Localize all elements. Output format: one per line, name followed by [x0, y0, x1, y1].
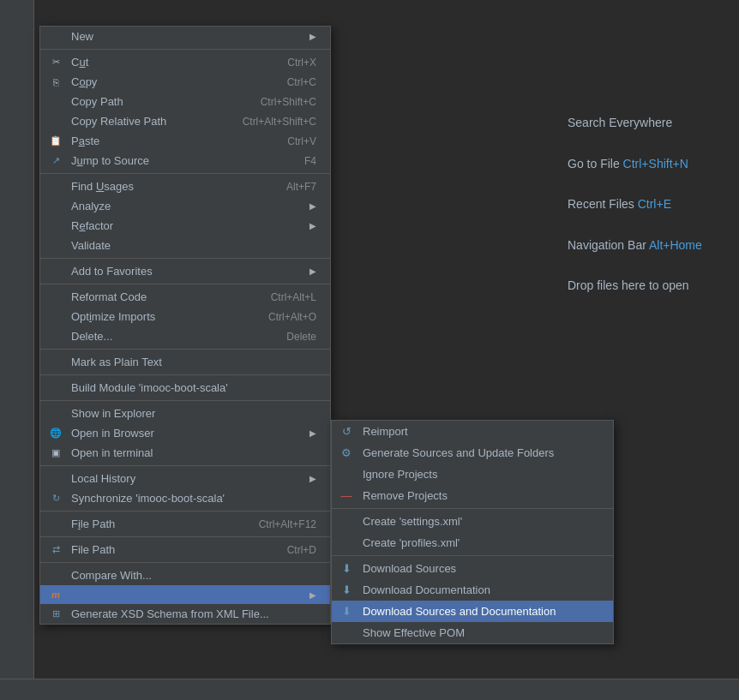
find-usages-icon	[49, 180, 63, 194]
maven-submenu: ↺ Reimport ⚙ Generate Sources and Update…	[331, 420, 614, 644]
menu-item-file-path[interactable]: File Path Ctrl+Alt+F12	[40, 514, 330, 534]
menu-item-local-history[interactable]: Local History ▶	[40, 469, 330, 488]
submenu-item-download-documentation[interactable]: ⬇ Download Documentation	[332, 579, 613, 601]
download-sources-icon: ⬇	[339, 561, 354, 577]
browser-arrow-icon: ▶	[309, 428, 316, 438]
favorites-icon	[49, 265, 63, 278]
effective-pom-icon	[339, 625, 354, 641]
generate-sources-icon: ⚙	[339, 446, 354, 461]
separator-9	[40, 511, 330, 512]
menu-item-open-in-terminal[interactable]: ▣ Open in terminal	[40, 443, 330, 463]
menu-item-copy-relative-path[interactable]: Copy Relative Path Ctrl+Alt+Shift+C	[40, 111, 330, 131]
submenu-item-create-settings[interactable]: Create 'settings.xml'	[332, 511, 613, 532]
xsd-icon	[49, 569, 63, 583]
menu-item-validate[interactable]: Validate	[40, 236, 330, 255]
context-menu: New ▶ ✂ Cut Ctrl+X ⎘ Copy Ctrl+C Copy Pa…	[39, 26, 331, 625]
filepath-icon	[49, 518, 63, 531]
jump-icon: ↗	[49, 154, 63, 168]
menu-item-delete[interactable]: Delete... Delete	[40, 326, 330, 346]
submenu-item-download-sources[interactable]: ⬇ Download Sources	[332, 558, 613, 579]
profiles-xml-icon	[339, 535, 354, 551]
menu-item-copy-path[interactable]: Copy Path Ctrl+Shift+C	[40, 92, 330, 111]
bottom-bar	[0, 679, 739, 700]
favorites-arrow-icon: ▶	[309, 266, 316, 276]
separator-10	[40, 536, 330, 537]
terminal-icon: ▣	[49, 446, 63, 460]
submenu-item-show-effective-pom[interactable]: Show Effective POM	[332, 622, 613, 643]
download-docs-icon: ⬇	[339, 583, 354, 598]
menu-item-open-in-browser[interactable]: 🌐 Open in Browser ▶	[40, 423, 330, 443]
reformat-icon	[49, 290, 63, 304]
menu-item-jump-to-source[interactable]: ↗ Jump to Source F4	[40, 151, 330, 171]
maven-icon: m	[49, 588, 63, 601]
drop-files-hint: Drop files here to open	[550, 266, 739, 307]
submenu-item-generate-sources[interactable]: ⚙ Generate Sources and Update Folders	[332, 442, 613, 464]
submenu-item-create-profiles[interactable]: Create 'profiles.xml'	[332, 532, 613, 553]
separator-2	[40, 173, 330, 174]
delete-icon	[49, 330, 63, 344]
menu-item-find-usages[interactable]: Find Usages Alt+F7	[40, 176, 330, 196]
analyze-icon	[49, 200, 63, 213]
submenu-item-ignore-projects[interactable]: Ignore Projects	[332, 464, 613, 485]
history-arrow-icon: ▶	[309, 474, 316, 483]
remove-projects-icon: —	[339, 488, 354, 504]
menu-item-paste[interactable]: 📋 Paste Ctrl+V	[40, 131, 330, 151]
validate-icon	[49, 239, 63, 253]
paste-icon: 📋	[49, 135, 63, 148]
go-to-file-hint: Go to File Ctrl+Shift+N	[550, 144, 739, 185]
search-everywhere-hint: Search Everywhere	[550, 103, 739, 144]
menu-item-new[interactable]: New ▶	[40, 27, 330, 46]
reimport-icon: ↺	[339, 424, 354, 440]
menu-item-show-in-explorer[interactable]: Show in Explorer	[40, 404, 330, 423]
separator-6	[40, 374, 330, 375]
separator-8	[40, 465, 330, 466]
refactor-arrow-icon: ▶	[309, 221, 316, 230]
history-icon	[49, 472, 63, 486]
explorer-icon	[49, 407, 63, 421]
maven-arrow-icon: ▶	[309, 590, 316, 600]
menu-item-add-favorites[interactable]: Add to Favorites ▶	[40, 261, 330, 281]
menu-item-analyze[interactable]: Analyze ▶	[40, 196, 330, 216]
copy-path-icon	[49, 95, 63, 109]
menu-item-create-gist[interactable]: ⊞ Generate XSD Schema from XML File...	[40, 604, 330, 624]
menu-item-compare-with[interactable]: ⇄ File Path Ctrl+D	[40, 540, 330, 559]
recent-files-hint: Recent Files Ctrl+E	[550, 184, 739, 225]
submenu-item-remove-projects[interactable]: — Remove Projects	[332, 485, 613, 506]
separator-1	[40, 49, 330, 50]
submenu-item-download-sources-and-documentation[interactable]: ⬇ Download Sources and Documentation	[332, 601, 613, 622]
menu-item-generate-xsd[interactable]: Compare With...	[40, 565, 330, 585]
compare-icon: ⇄	[49, 543, 63, 557]
refactor-icon	[49, 219, 63, 233]
settings-xml-icon	[339, 514, 354, 529]
menu-item-copy[interactable]: ⎘ Copy Ctrl+C	[40, 72, 330, 92]
navigation-bar-hint: Navigation Bar Alt+Home	[550, 225, 739, 266]
submenu-item-reimport[interactable]: ↺ Reimport	[332, 421, 613, 442]
menu-item-build-module[interactable]: Build Module 'imooc-boot-scala'	[40, 378, 330, 398]
mark-plain-icon	[49, 356, 63, 369]
cut-icon: ✂	[49, 56, 63, 69]
ide-left-panel	[0, 0, 34, 700]
menu-item-reformat-code[interactable]: Reformat Code Ctrl+Alt+L	[40, 287, 330, 307]
copy-icon: ⎘	[49, 75, 63, 89]
menu-item-synchronize[interactable]: ↻ Synchronize 'imooc-boot-scala'	[40, 488, 330, 508]
sync-icon: ↻	[49, 492, 63, 506]
build-icon	[49, 381, 63, 395]
right-panel: Search Everywhere Go to File Ctrl+Shift+…	[550, 103, 739, 307]
menu-item-cut[interactable]: ✂ Cut Ctrl+X	[40, 52, 330, 72]
menu-item-mark-plain-text[interactable]: Mark as Plain Text	[40, 352, 330, 372]
optimize-icon	[49, 310, 63, 324]
separator-11	[40, 562, 330, 563]
ignore-icon	[339, 467, 354, 482]
submenu-separator-1	[332, 508, 613, 509]
arrow-right-icon: ▶	[309, 32, 316, 41]
separator-5	[40, 349, 330, 350]
download-both-icon: ⬇	[339, 604, 354, 619]
submenu-separator-2	[332, 555, 613, 556]
menu-item-optimize-imports[interactable]: Optimize Imports Ctrl+Alt+O	[40, 307, 330, 326]
menu-item-maven[interactable]: m ▶	[40, 585, 330, 604]
separator-4	[40, 284, 330, 284]
analyze-arrow-icon: ▶	[309, 201, 316, 211]
menu-item-refactor[interactable]: Refactor ▶	[40, 216, 330, 236]
copy-relative-icon	[49, 115, 63, 129]
globe-icon: 🌐	[49, 427, 63, 440]
